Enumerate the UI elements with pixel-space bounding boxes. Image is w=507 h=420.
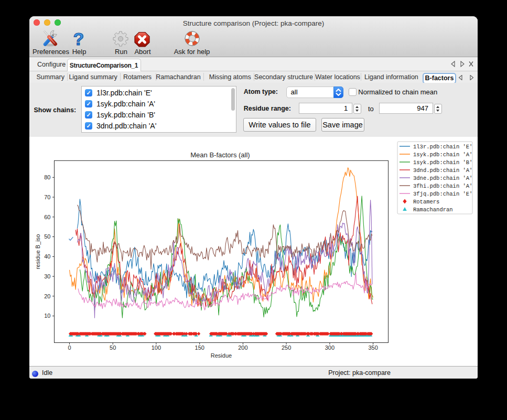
- svg-text:60: 60: [44, 214, 50, 220]
- svg-text:200: 200: [238, 344, 247, 351]
- svg-text:80: 80: [44, 174, 50, 180]
- svg-text:10: 10: [44, 313, 50, 319]
- svg-text:1l3r.pdb:chain 'E': 1l3r.pdb:chain 'E': [413, 144, 472, 150]
- svg-text:?: ?: [73, 30, 84, 48]
- svg-text:Residue: Residue: [211, 352, 232, 359]
- svg-text:50: 50: [110, 344, 116, 351]
- svg-text:350: 350: [368, 344, 377, 351]
- svg-text:70: 70: [44, 194, 50, 200]
- svg-text:3dne.pdb:chain 'A': 3dne.pdb:chain 'A': [413, 175, 472, 181]
- svg-text:50: 50: [44, 233, 50, 240]
- svg-text:Ramachandran: Ramachandran: [413, 207, 453, 213]
- svg-text:20: 20: [44, 293, 50, 299]
- svg-text:Rotamers: Rotamers: [413, 199, 439, 205]
- svg-text:1syk.pdb:chain 'A': 1syk.pdb:chain 'A': [413, 152, 472, 158]
- svg-text:3dnd.pdb:chain 'A': 3dnd.pdb:chain 'A': [413, 167, 472, 174]
- svg-text:150: 150: [195, 344, 204, 351]
- svg-text:250: 250: [282, 344, 291, 351]
- svg-text:Mean B-factors (all): Mean B-factors (all): [190, 151, 250, 159]
- svg-text:100: 100: [152, 344, 161, 351]
- svg-text:300: 300: [325, 344, 335, 351]
- svg-text:0: 0: [68, 344, 71, 351]
- svg-text:1syk.pdb:chain 'B': 1syk.pdb:chain 'B': [413, 159, 472, 166]
- svg-text:30: 30: [44, 273, 50, 279]
- svg-text:residue B_iso: residue B_iso: [35, 234, 41, 270]
- svg-text:3fhi.pdb:chain 'A': 3fhi.pdb:chain 'A': [413, 183, 472, 189]
- svg-text:40: 40: [44, 253, 50, 260]
- svg-text:3fjq.pdb:chain 'E': 3fjq.pdb:chain 'E': [413, 191, 472, 197]
